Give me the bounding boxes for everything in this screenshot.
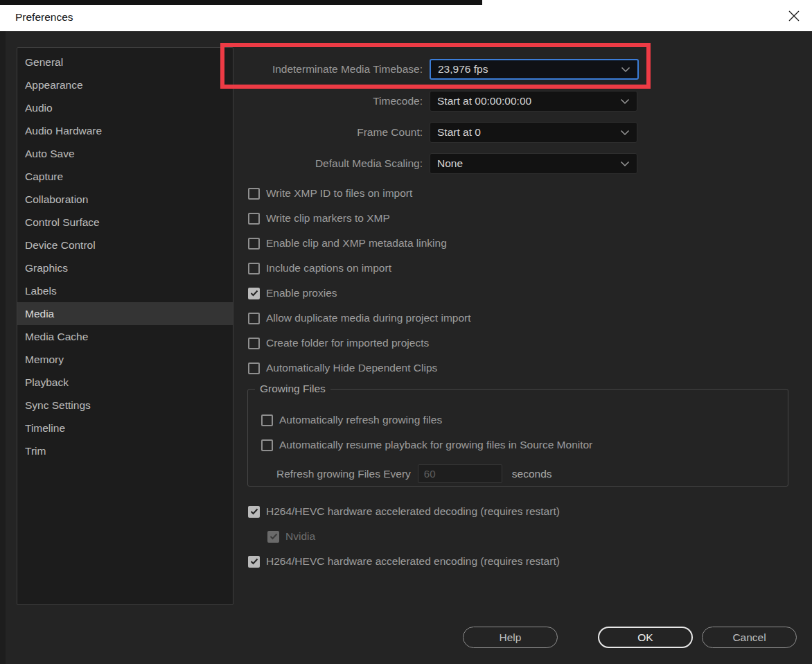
close-icon	[787, 9, 801, 23]
checkbox-label: H264/HEVC hardware accelerated encoding …	[266, 555, 560, 568]
checkbox-create-folder-imported[interactable]: Create folder for imported projects	[248, 334, 429, 352]
refresh-interval-suffix: seconds	[512, 468, 552, 480]
checkbox-label: Automatically Hide Dependent Clips	[266, 362, 437, 374]
checkbox-auto-hide-dependent-clips[interactable]: Automatically Hide Dependent Clips	[248, 359, 437, 377]
selected-value: Start at 0	[430, 126, 620, 139]
checkbox-box	[248, 238, 260, 250]
preferences-dialog: General Appearance Audio Audio Hardware …	[0, 31, 812, 664]
check-icon	[250, 558, 258, 565]
selected-value: 23,976 fps	[431, 63, 621, 76]
indeterminate-media-timebase-label: Indeterminate Media Timebase:	[208, 59, 423, 80]
ok-button[interactable]: OK	[598, 627, 693, 648]
sidebar-item-device-control[interactable]: Device Control	[17, 234, 233, 256]
help-button[interactable]: Help	[463, 627, 558, 648]
checkbox-label: Nvidia	[285, 530, 315, 543]
close-button[interactable]	[780, 2, 808, 30]
checkbox-hw-accelerated-encoding[interactable]: H264/HEVC hardware accelerated encoding …	[248, 552, 560, 570]
checkbox-label: Allow duplicate media during project imp…	[266, 312, 471, 324]
sidebar-item-control-surface[interactable]: Control Surface	[17, 211, 233, 234]
checkbox-box	[267, 531, 279, 543]
preferences-category-list: General Appearance Audio Audio Hardware …	[17, 47, 233, 605]
sidebar-item-sync-settings[interactable]: Sync Settings	[17, 394, 233, 417]
sidebar-item-collaboration[interactable]: Collaboration	[17, 188, 233, 211]
checkbox-hw-accelerated-decoding[interactable]: H264/HEVC hardware accelerated decoding …	[248, 503, 560, 521]
timecode-select[interactable]: Start at 00:00:00:00	[430, 91, 637, 112]
checkbox-box	[248, 556, 260, 568]
refresh-interval-input	[418, 464, 502, 483]
selected-value: None	[430, 157, 620, 170]
checkbox-label: Write XMP ID to files on import	[266, 187, 412, 200]
checkbox-label: Include captions on import	[266, 262, 391, 274]
checkbox-include-captions[interactable]: Include captions on import	[248, 259, 391, 277]
indeterminate-media-timebase-select[interactable]: 23,976 fps	[430, 59, 639, 80]
checkbox-label: Create folder for imported projects	[266, 337, 429, 349]
checkbox-box	[248, 188, 260, 200]
sidebar-item-auto-save[interactable]: Auto Save	[17, 142, 233, 165]
sidebar-item-playback[interactable]: Playback	[17, 371, 233, 394]
checkbox-auto-refresh-growing-files[interactable]: Automatically refresh growing files	[261, 411, 442, 429]
selected-value: Start at 00:00:00:00	[430, 95, 620, 107]
sidebar-item-audio-hardware[interactable]: Audio Hardware	[17, 119, 233, 142]
checkbox-label: H264/HEVC hardware accelerated decoding …	[266, 505, 560, 518]
growing-files-group: Growing Files Automatically refresh grow…	[247, 383, 788, 487]
frame-count-select[interactable]: Start at 0	[430, 122, 637, 143]
checkbox-write-clip-markers[interactable]: Write clip markers to XMP	[248, 209, 390, 227]
chevron-down-icon	[620, 161, 630, 167]
chevron-down-icon	[620, 130, 630, 136]
checkbox-box	[248, 338, 260, 349]
checkbox-box	[248, 313, 260, 324]
sidebar-item-general[interactable]: General	[17, 51, 233, 73]
checkbox-write-xmp-id[interactable]: Write XMP ID to files on import	[248, 184, 412, 202]
sidebar-item-media-cache[interactable]: Media Cache	[17, 325, 233, 348]
refresh-growing-files-row: Refresh growing Files Every seconds	[276, 464, 552, 483]
check-icon	[270, 533, 278, 540]
checkbox-enable-proxies[interactable]: Enable proxies	[248, 284, 337, 302]
checkbox-box	[248, 362, 260, 374]
checkbox-label: Enable clip and XMP metadata linking	[266, 237, 447, 250]
checkbox-box	[261, 414, 273, 426]
dialog-titlebar: Preferences	[0, 0, 812, 31]
sidebar-item-graphics[interactable]: Graphics	[17, 256, 233, 279]
checkbox-enable-clip-xmp-linking[interactable]: Enable clip and XMP metadata linking	[248, 234, 447, 252]
sidebar-item-memory[interactable]: Memory	[17, 348, 233, 371]
checkbox-box	[261, 439, 273, 451]
sidebar-item-capture[interactable]: Capture	[17, 165, 233, 188]
check-icon	[250, 508, 258, 515]
chevron-down-icon	[621, 67, 630, 73]
sidebar-item-appearance[interactable]: Appearance	[17, 73, 233, 96]
sidebar-item-trim[interactable]: Trim	[17, 439, 233, 462]
chevron-down-icon	[620, 98, 630, 105]
checkbox-box	[248, 263, 260, 274]
refresh-interval-label: Refresh growing Files Every	[276, 468, 411, 480]
checkbox-label: Automatically refresh growing files	[279, 414, 442, 426]
sidebar-item-audio[interactable]: Audio	[17, 96, 233, 119]
background-app-strip	[0, 0, 482, 5]
default-media-scaling-select[interactable]: None	[430, 153, 637, 174]
checkbox-allow-duplicate-media[interactable]: Allow duplicate media during project imp…	[248, 309, 471, 327]
default-media-scaling-label: Default Media Scaling:	[208, 153, 423, 174]
checkbox-auto-resume-playback[interactable]: Automatically resume playback for growin…	[261, 436, 592, 454]
frame-count-label: Frame Count:	[208, 122, 423, 143]
check-icon	[250, 290, 258, 297]
checkbox-box	[248, 213, 260, 225]
window-edge-strip	[0, 31, 6, 664]
cancel-button[interactable]: Cancel	[702, 627, 797, 648]
checkbox-label: Automatically resume playback for growin…	[279, 439, 592, 451]
checkbox-nvidia: Nvidia	[267, 527, 315, 545]
sidebar-item-labels[interactable]: Labels	[17, 279, 233, 302]
checkbox-box	[248, 288, 260, 299]
checkbox-label: Enable proxies	[266, 287, 337, 299]
checkbox-label: Write clip markers to XMP	[266, 212, 390, 225]
checkbox-box	[248, 506, 260, 518]
timecode-label: Timecode:	[208, 91, 423, 112]
sidebar-item-timeline[interactable]: Timeline	[17, 417, 233, 439]
growing-files-legend: Growing Files	[255, 383, 330, 395]
sidebar-item-media[interactable]: Media	[17, 302, 233, 325]
